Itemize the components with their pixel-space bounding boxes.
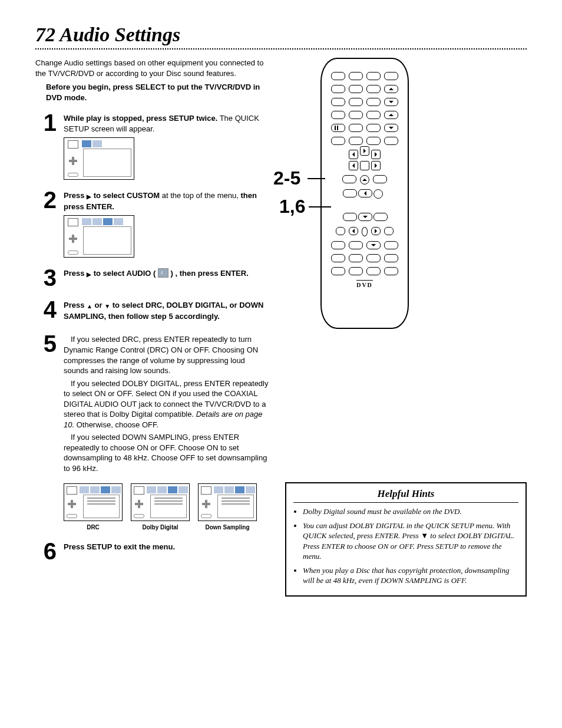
step2-rest: at the top of the menu, [160,191,240,200]
step-body: Press or to select DRC, DOLBY DIGITAL, o… [64,300,271,324]
page-title-text: Audio Settings [59,24,180,45]
right-column: 2-5 1,6 [285,58,527,597]
hints-list: Dolby Digital sound must be available on… [293,506,518,586]
caption-down: Down Sampling [206,523,250,532]
step-number: 6 [35,539,57,563]
audio-icon [158,268,168,278]
transport-controls [349,150,381,170]
step4-a: Press [64,301,87,309]
step-number: 5 [35,332,57,355]
step4-mid: or [92,301,104,309]
step-6: 6 Press SETUP to exit the menu. [35,542,271,563]
left-column: Change Audio settings based on other equ… [35,58,271,597]
triple-screens: DRC Dolby Digital Down Sampling [64,480,271,532]
step2-b1: to select CUSTOM [91,191,160,200]
step6-text: Press SETUP to exit the menu. [64,542,175,551]
hint-item: You can adjust DOLBY DIGITAL in the QUIC… [303,521,518,562]
right-arrow-icon [87,191,91,202]
caption-drc: DRC [87,523,100,532]
d-pad [343,189,386,222]
setup-screen-2 [64,215,134,258]
callout-text: 2-5 [273,167,300,189]
setup-screen-1 [64,137,134,180]
step3-b2: ) , then press ENTER. [168,269,249,278]
step5-p3: If you selected DOWN SAMPLING, press ENT… [64,432,271,473]
screen-dolby: Dolby Digital [131,480,190,532]
up-arrow-icon [87,301,92,311]
content-columns: Change Audio settings based on other equ… [35,58,527,597]
step2-a: Press [64,191,87,200]
page-number: 72 [35,24,55,45]
intro-bold: Before you begin, press SELECT to put th… [46,82,271,103]
right-arrow-icon [87,269,91,279]
step-number: 4 [35,298,57,321]
callout-2-5: 2-5 [273,167,300,189]
step-5: 5 If you selected DRC, press ENTER repea… [35,334,271,531]
step-number: 1 [35,111,57,134]
step-body: Press to select CUSTOM at the top of the… [64,190,271,258]
step-1: 1 While play is stopped, press SETUP twi… [35,113,271,180]
step3-b1: to select AUDIO ( [91,269,158,278]
remote-control-diagram: DVD [320,58,409,329]
step5-p2b: Otherwise, choose OFF. [74,420,158,429]
step-3: 3 Press to select AUDIO ( ) , then press… [35,268,271,289]
step1-bold: While play is stopped, press SETUP twice… [64,114,217,123]
callout-1-6: 1,6 [279,196,305,218]
dvd-logo: DVD [356,280,373,288]
page-title: 72 Audio Settings [35,24,527,46]
screen-downsampling: Down Sampling [198,480,257,532]
step-body: Press SETUP to exit the menu. [64,542,271,555]
page-header: 72 Audio Settings [35,24,527,50]
step5-p1: If you selected DRC, press ENTER repeate… [64,334,271,375]
step-body: Press to select AUDIO ( ) , then press E… [64,268,271,282]
hints-title: Helpful Hints [293,488,518,503]
screen-drc: DRC [64,480,123,532]
hint-item: Dolby Digital sound must be available on… [303,506,518,517]
helpful-hints-box: Helpful Hints Dolby Digital sound must b… [285,482,527,597]
hint-item: When you play a Disc that has copyright … [303,565,518,586]
down-arrow-icon [104,301,110,311]
step-body: If you selected DRC, press ENTER repeate… [64,334,271,531]
step-number: 2 [35,188,57,212]
step-body: While play is stopped, press SETUP twice… [64,113,271,180]
caption-dolby: Dolby Digital [142,523,178,532]
step3-a: Press [64,269,87,278]
callout-text: 1,6 [279,196,305,217]
intro-text: Change Audio settings based on other equ… [35,58,271,78]
step-4: 4 Press or to select DRC, DOLBY DIGITAL,… [35,300,271,324]
step-2: 2 Press to select CUSTOM at the top of t… [35,190,271,258]
step-number: 3 [35,266,57,289]
